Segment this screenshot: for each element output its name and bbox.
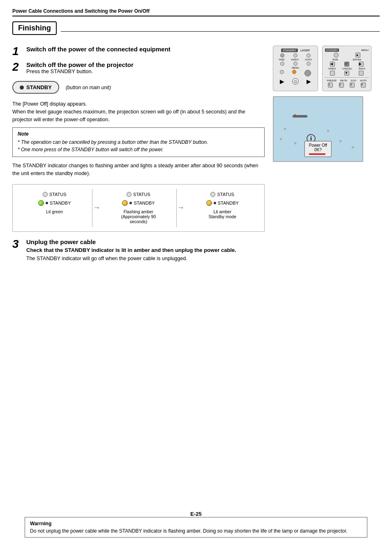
page-header: Power Cable Connections and Switching th… (12, 8, 380, 16)
status-diagram: STATUS STANDBY Lit green → STATUS (12, 184, 265, 232)
panel-btn-1 (280, 53, 284, 58)
scatter-dot-4 (327, 130, 329, 132)
status-label-2: STATUS (104, 192, 173, 197)
led-amber-flash-icon (122, 200, 128, 206)
standby-indicator-3: STANDBY (188, 200, 257, 206)
projector-screen: i Power Off 0K? (273, 96, 363, 162)
level-gauge-bar (293, 115, 307, 118)
step-2-content: Switch off the power of the projector Pr… (26, 61, 265, 74)
header-title: Power Cable Connections and Switching th… (12, 8, 150, 14)
remote-btn-up: ▲ (355, 53, 360, 58)
mute-label: MUTE (340, 79, 347, 82)
section-title: Finishing (18, 24, 51, 32)
standby-indicator-2: STANDBY (104, 200, 173, 206)
standby-label-3: STANDBY (218, 201, 239, 205)
panel-btn-3 (307, 53, 311, 58)
panel-btn-5 (293, 62, 297, 66)
led-amber-icon (206, 200, 212, 206)
dialog-line-1: Power Off (309, 143, 327, 148)
remote-container: STANDBY LASER RGB VIDEO AUTO (273, 46, 380, 91)
status-label-3: STATUS (188, 192, 257, 197)
left-column: 1 Switch off the power of the connected … (12, 46, 265, 271)
body-text-1: The [Power Off] display appears. When th… (12, 100, 265, 123)
status-text-1: STATUS (49, 192, 67, 197)
remote-btn-left: ◀ (330, 62, 335, 67)
remote-btn-down: ▼ (344, 71, 349, 76)
remote-btn-center: ⏎ (344, 62, 349, 67)
laser-label: LASER (300, 49, 310, 52)
step-1-title: Switch off the power of the connected eq… (26, 46, 265, 53)
step-2: 2 Switch off the power of the projector … (12, 61, 265, 74)
standby-button-label: STANDBY (26, 84, 52, 90)
status-circle-1 (43, 192, 48, 197)
standby-button-area: STANDBY (button on main unit) (12, 81, 265, 94)
warning-title: Warrning (30, 521, 362, 526)
cancel-remote: CANCEL (342, 67, 352, 70)
standby-remote-label: STANDBY (325, 48, 339, 52)
menu-label: MENU (292, 67, 299, 69)
panel-row-2 (276, 62, 315, 66)
led-green-icon (38, 200, 44, 206)
rgb-label: RGB (279, 58, 284, 61)
dialog-bar (309, 153, 325, 155)
right-column: STANDBY LASER RGB VIDEO AUTO (273, 46, 380, 271)
enter-remote: ENTER (353, 58, 361, 61)
auto-label: AUTO (305, 58, 312, 61)
remote-btn-1 (334, 53, 339, 58)
step-2-subtitle: Press the STANDBY button. (26, 68, 265, 74)
step-3-subtitle: Check that the STANDBY indicator is lit … (26, 247, 265, 253)
step-2-title: Switch off the power of the projector (26, 61, 265, 68)
remote-btn-6 (359, 71, 364, 76)
standby-indicator-1: STANDBY (20, 200, 89, 206)
status-text-2: STATUS (133, 192, 150, 197)
panel-btn-7 (280, 70, 284, 74)
page-wrapper: Power Cable Connections and Switching th… (12, 8, 380, 546)
auto-label-2: AUTO (360, 79, 367, 82)
panel-row-3 (276, 70, 315, 76)
standby-label-panel: STANDBY (281, 48, 298, 52)
warning-text: Do not unplug the power cable while the … (30, 528, 362, 534)
status-col-2: STATUS STANDBY Flashing amber(Approximat… (101, 189, 176, 227)
step-3-number: 3 (12, 238, 24, 250)
body-text-3: The STANDBY indicator changes to flashin… (12, 162, 265, 178)
circle-icon: ○ (292, 78, 299, 85)
step-1-content: Switch off the power of the connected eq… (26, 46, 265, 53)
remote-btn-5 (330, 71, 335, 76)
panel-btn-4 (280, 62, 284, 66)
scatter-dot-3 (294, 142, 296, 144)
standby-button-suffix: (button on main unit) (66, 85, 111, 90)
remote-num-2: 2 (339, 83, 344, 88)
play-icon: ▶ (280, 78, 284, 85)
note-title: Note (18, 131, 259, 137)
note-box: Note * The operation can be cancelled by… (12, 127, 265, 157)
step-1: 1 Switch off the power of the connected … (12, 46, 265, 57)
video-label: VIDEO (291, 58, 299, 61)
rgb-remote: RGB (332, 58, 338, 61)
scatter-dot-1 (284, 128, 286, 130)
status-col-1: STATUS STANDBY Lit green (17, 189, 92, 227)
arrow-2: → (177, 189, 185, 227)
power-off-dialog: Power Off 0K? (304, 141, 332, 157)
scatter-dot-2 (280, 138, 282, 140)
status-desc-1: Lit green (20, 209, 89, 214)
section-box: Finishing (12, 21, 57, 35)
panel-row-1 (276, 53, 315, 58)
dialog-line-2: 0K? (309, 148, 327, 152)
step-3-body: The STANDBY indicator will go off when t… (26, 255, 265, 263)
panel-btn-8 (304, 70, 311, 76)
menu-remote-label: MENU (361, 49, 369, 51)
standby-dot-icon (20, 85, 24, 90)
step-3: 3 Unplug the power cable Check that the … (12, 238, 265, 267)
status-circle-2 (127, 192, 131, 197)
eco-label: ECO (351, 79, 356, 82)
led-dot-1 (46, 202, 48, 204)
standby-button: STANDBY (12, 81, 59, 94)
note-item-1: * The operation can be cancelled by pres… (18, 138, 259, 146)
back-remote: BACK (359, 67, 365, 70)
step-3-title: Unplug the power cable (26, 238, 265, 245)
remote-panel: STANDBY MENU ▲ RGB ENTER ◀ ⏎ ▶ (322, 46, 371, 91)
panel-btn-6 (307, 62, 311, 66)
standby-label-1: STANDBY (50, 201, 71, 205)
warning-box: Warrning Do not unplug the power cable w… (25, 517, 367, 538)
status-col-3: STATUS STANDBY Lit amberStandby mode (185, 189, 260, 227)
